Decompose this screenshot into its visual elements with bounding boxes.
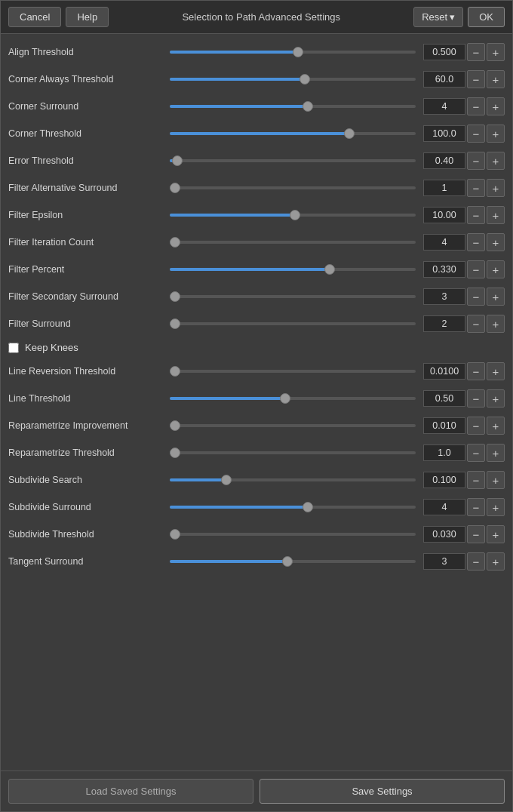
slider-track[interactable] [170, 214, 416, 217]
slider-thumb[interactable] [290, 210, 300, 220]
decrement-button[interactable]: − [467, 389, 485, 408]
value-input[interactable] [423, 390, 465, 407]
slider-thumb[interactable] [170, 448, 180, 458]
slider-track[interactable] [170, 51, 416, 54]
increment-button[interactable]: + [487, 288, 505, 306]
slider-track[interactable] [170, 159, 416, 162]
slider-track[interactable] [170, 78, 416, 81]
slider-thumb[interactable] [170, 420, 180, 431]
increment-button[interactable]: + [487, 552, 505, 571]
slider-thumb[interactable] [221, 475, 232, 485]
decrement-button[interactable]: − [467, 125, 485, 143]
slider-wrap[interactable] [167, 424, 419, 427]
save-settings-button[interactable]: Save Settings [260, 779, 505, 804]
value-input[interactable] [423, 526, 465, 543]
slider-thumb[interactable] [280, 393, 290, 404]
reset-button[interactable]: Reset ▾ [413, 7, 463, 27]
decrement-button[interactable]: − [467, 417, 485, 435]
slider-track[interactable] [170, 424, 416, 427]
value-input[interactable] [423, 261, 465, 278]
slider-wrap[interactable] [167, 397, 419, 400]
slider-wrap[interactable] [167, 560, 419, 563]
slider-track[interactable] [170, 186, 416, 189]
increment-button[interactable]: + [487, 498, 505, 516]
increment-button[interactable]: + [487, 152, 505, 170]
value-input[interactable] [423, 417, 465, 434]
slider-track[interactable] [170, 533, 416, 536]
slider-thumb[interactable] [170, 366, 180, 377]
decrement-button[interactable]: − [467, 260, 485, 278]
slider-track[interactable] [170, 478, 416, 481]
decrement-button[interactable]: − [467, 525, 485, 543]
slider-track[interactable] [170, 397, 416, 400]
value-input[interactable] [423, 472, 465, 488]
keep-knees-checkbox[interactable] [8, 343, 19, 353]
slider-track[interactable] [170, 241, 416, 244]
slider-thumb[interactable] [282, 556, 293, 567]
slider-wrap[interactable] [167, 268, 419, 271]
decrement-button[interactable]: − [467, 288, 485, 306]
slider-track[interactable] [170, 295, 416, 298]
slider-thumb[interactable] [324, 264, 335, 275]
decrement-button[interactable]: − [467, 206, 485, 224]
increment-button[interactable]: + [487, 43, 505, 61]
value-input[interactable] [423, 444, 465, 461]
slider-thumb[interactable] [170, 237, 180, 248]
decrement-button[interactable]: − [467, 70, 485, 88]
slider-track[interactable] [170, 268, 416, 271]
decrement-button[interactable]: − [467, 498, 485, 516]
slider-track[interactable] [170, 451, 416, 454]
slider-wrap[interactable] [167, 78, 419, 81]
slider-thumb[interactable] [300, 74, 310, 85]
value-input[interactable] [423, 288, 465, 305]
increment-button[interactable]: + [487, 362, 505, 380]
decrement-button[interactable]: − [467, 152, 485, 170]
value-input[interactable] [423, 180, 465, 196]
increment-button[interactable]: + [487, 233, 505, 251]
value-input[interactable] [423, 125, 465, 142]
slider-wrap[interactable] [167, 451, 419, 454]
slider-thumb[interactable] [170, 318, 180, 329]
value-input[interactable] [423, 71, 465, 88]
slider-wrap[interactable] [167, 370, 419, 373]
increment-button[interactable]: + [487, 471, 505, 489]
increment-button[interactable]: + [487, 417, 505, 435]
value-input[interactable] [423, 44, 465, 60]
value-input[interactable] [423, 98, 465, 115]
slider-track[interactable] [170, 560, 416, 563]
decrement-button[interactable]: − [467, 444, 485, 462]
slider-wrap[interactable] [167, 478, 419, 481]
slider-wrap[interactable] [167, 132, 419, 135]
slider-track[interactable] [170, 370, 416, 373]
slider-track[interactable] [170, 506, 416, 509]
increment-button[interactable]: + [487, 389, 505, 408]
slider-thumb[interactable] [303, 502, 313, 512]
cancel-button[interactable]: Cancel [8, 7, 61, 27]
value-input[interactable] [423, 207, 465, 223]
value-input[interactable] [423, 152, 465, 169]
decrement-button[interactable]: − [467, 552, 485, 571]
increment-button[interactable]: + [487, 70, 505, 88]
slider-wrap[interactable] [167, 214, 419, 217]
slider-wrap[interactable] [167, 533, 419, 536]
slider-thumb[interactable] [303, 101, 313, 112]
help-button[interactable]: Help [66, 7, 109, 27]
slider-track[interactable] [170, 132, 416, 135]
decrement-button[interactable]: − [467, 315, 485, 333]
slider-wrap[interactable] [167, 51, 419, 54]
slider-thumb[interactable] [170, 529, 180, 540]
slider-wrap[interactable] [167, 105, 419, 108]
increment-button[interactable]: + [487, 315, 505, 333]
slider-wrap[interactable] [167, 506, 419, 509]
increment-button[interactable]: + [487, 179, 505, 197]
slider-wrap[interactable] [167, 186, 419, 189]
slider-wrap[interactable] [167, 322, 419, 325]
value-input[interactable] [423, 499, 465, 515]
value-input[interactable] [423, 315, 465, 332]
decrement-button[interactable]: − [467, 179, 485, 197]
slider-track[interactable] [170, 105, 416, 108]
load-settings-button[interactable]: Load Saved Settings [8, 779, 253, 804]
slider-wrap[interactable] [167, 159, 419, 162]
decrement-button[interactable]: − [467, 362, 485, 380]
value-input[interactable] [423, 234, 465, 251]
